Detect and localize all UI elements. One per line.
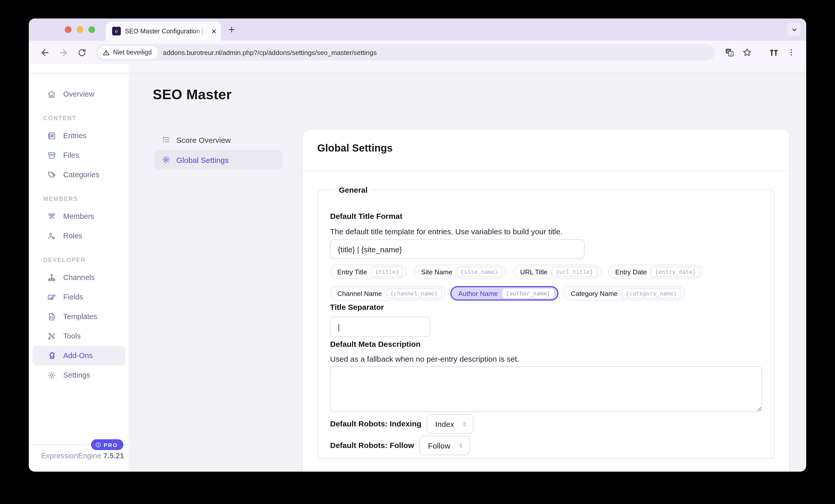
alert-circle-icon <box>95 442 101 448</box>
browser-menu-dots-icon[interactable] <box>783 45 799 60</box>
security-label: Niet beveiligd <box>113 49 152 56</box>
subnav-item-score-overview[interactable]: Score Overview <box>154 130 283 149</box>
sidebar-item-addons[interactable]: Add-Ons <box>33 346 125 365</box>
file-code-icon <box>47 312 57 321</box>
variable-pill-entry-date[interactable]: Entry Date {entry_date} <box>608 265 704 279</box>
sidebar-item-categories[interactable]: Categories <box>33 165 125 185</box>
variable-pill-entry-title[interactable]: Entry Title {title} <box>330 265 407 279</box>
variable-code: {category_name} <box>622 288 681 298</box>
sidebar-item-label: Categories <box>63 171 99 179</box>
cp-page: Overview CONTENT Entries Files <box>29 64 806 471</box>
newspaper-icon <box>47 131 57 141</box>
robots-follow-select[interactable]: Follow <box>419 436 470 455</box>
sidebar-item-files[interactable]: Files <box>33 145 125 165</box>
meta-description-label: Default Meta Description <box>330 339 762 350</box>
extension-icon[interactable] <box>766 45 781 60</box>
archive-box-icon <box>47 150 57 160</box>
sidebar-item-roles[interactable]: Roles <box>33 226 125 246</box>
select-updown-icon <box>457 442 464 449</box>
general-fieldset: General Default Title Format The default… <box>317 186 775 459</box>
title-separator-label: Title Separator <box>330 301 762 313</box>
title-format-description: The default title template for entries. … <box>330 226 762 237</box>
zoom-window-button[interactable] <box>88 26 95 33</box>
tab-title: SEO Master Configuration | Ex <box>125 27 207 35</box>
sidebar-item-entries[interactable]: Entries <box>33 126 125 145</box>
variable-code: {title} <box>371 267 403 277</box>
sitemap-icon <box>47 273 57 282</box>
variable-pills-row-2: Channel Name {channel_name} Author Name … <box>330 286 762 300</box>
back-icon[interactable] <box>37 45 53 60</box>
variable-code: {channel_name} <box>386 288 442 298</box>
global-settings-panel: Global Settings General Default Title Fo… <box>303 130 789 471</box>
variable-pill-site-name[interactable]: Site Name {site_name} <box>414 265 506 279</box>
title-format-label: Default Title Format <box>330 211 762 222</box>
app-version: ExpressionEngine 7.5.21 <box>41 451 124 460</box>
sidebar-item-label: Tools <box>63 332 81 340</box>
close-window-button[interactable] <box>65 26 72 33</box>
sidebar-item-templates[interactable]: Templates <box>33 307 125 326</box>
sidebar-item-label: Templates <box>63 312 97 320</box>
variable-pill-url-title[interactable]: URL Title {url_title} <box>513 265 601 279</box>
browser-toolbar: Niet beveiligd addons.burotreur.nl/admin… <box>29 41 806 64</box>
sidebar-item-label: Channels <box>63 273 95 281</box>
tools-icon <box>47 331 57 341</box>
sidebar-item-settings[interactable]: Settings <box>33 365 125 385</box>
new-tab-button[interactable] <box>227 25 236 34</box>
sidebar-item-members[interactable]: Members <box>33 207 125 226</box>
desktop: ℮ SEO Master Configuration | Ex <box>0 0 835 504</box>
sidebar-section-content: CONTENT <box>29 113 128 123</box>
page-title: SEO Master <box>153 87 232 103</box>
users-icon <box>47 211 57 221</box>
sidebar-item-label: Settings <box>63 371 90 379</box>
variable-pills-row-1: Entry Title {title} Site Name {site_name… <box>330 265 762 279</box>
url-text: addons.burotreur.nl/admin.php?/cp/addons… <box>163 48 376 56</box>
translate-icon[interactable]: G 文 <box>722 45 737 60</box>
home-icon <box>47 89 57 99</box>
sidebar-item-channels[interactable]: Channels <box>33 268 125 287</box>
sidebar-section-developer: DEVELOPER <box>29 255 128 265</box>
minimize-window-button[interactable] <box>77 26 83 33</box>
title-separator-input[interactable] <box>330 316 430 337</box>
puzzle-icon <box>47 351 57 360</box>
sidebar-item-tools[interactable]: Tools <box>33 326 125 346</box>
select-updown-icon <box>461 421 468 427</box>
sidebar-item-fields[interactable]: Fields <box>33 287 125 307</box>
meta-description-textarea[interactable] <box>330 366 762 412</box>
reload-icon[interactable] <box>74 45 89 60</box>
variable-pill-category-name[interactable]: Category Name {category_name} <box>564 286 685 300</box>
bookmark-star-icon[interactable] <box>739 45 755 60</box>
variable-code: {author_name} <box>502 288 554 298</box>
site-security-chip[interactable]: Niet beveiligd <box>98 46 158 59</box>
variable-code: {site_name} <box>456 267 502 277</box>
variable-pill-author-name[interactable]: Author Name {author_name} <box>451 286 558 300</box>
subnav-item-global-settings[interactable]: Global Settings <box>154 150 283 170</box>
general-legend: General <box>334 186 372 194</box>
user-tag-icon <box>47 231 57 241</box>
robots-follow-label: Default Robots: Follow <box>330 440 414 451</box>
robots-follow-row: Default Robots: Follow Follow <box>330 436 762 455</box>
url-bar[interactable]: Niet beveiligd addons.burotreur.nl/admin… <box>96 44 715 61</box>
sidebar-item-overview[interactable]: Overview <box>33 84 125 104</box>
window-controls <box>65 26 95 33</box>
browser-window: ℮ SEO Master Configuration | Ex <box>29 19 806 471</box>
robots-indexing-select[interactable]: Index <box>427 414 473 434</box>
sidebar-section-members: MEMBERS <box>29 194 128 204</box>
tab-search-chevron-button[interactable] <box>787 23 801 37</box>
forward-icon[interactable] <box>56 45 71 60</box>
variable-code: {entry_date} <box>651 267 700 277</box>
pro-badge: PRO <box>91 439 123 450</box>
addon-subnav: Score Overview Global Settings <box>154 130 283 170</box>
gear-icon <box>161 155 171 164</box>
tab-close-icon[interactable] <box>211 28 217 34</box>
cp-sidebar: Overview CONTENT Entries Files <box>29 64 128 471</box>
panel-title: Global Settings <box>317 142 775 154</box>
variable-pill-channel-name[interactable]: Channel Name {channel_name} <box>330 286 446 300</box>
expressionengine-favicon: ℮ <box>112 27 121 36</box>
panel-header: Global Settings <box>303 130 789 171</box>
title-format-input[interactable] <box>330 239 585 259</box>
sidebar-item-label: Add-Ons <box>63 352 93 360</box>
warning-triangle-icon <box>102 48 110 56</box>
sidebar-item-label: Fields <box>63 293 83 301</box>
robots-indexing-row: Default Robots: Indexing Index <box>330 414 762 434</box>
browser-tab[interactable]: ℮ SEO Master Configuration | Ex <box>106 22 221 41</box>
